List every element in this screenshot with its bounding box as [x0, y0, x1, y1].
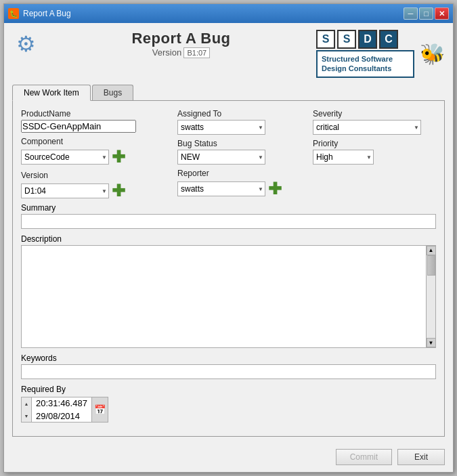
datetime-time: 20:31:46.487: [36, 397, 87, 410]
bug-status-select-container: NEW: [177, 150, 265, 165]
col-middle: Assigned To swatts Bug Status: [167, 109, 302, 200]
product-name-input[interactable]: [21, 120, 136, 133]
version-label: Version: [152, 47, 181, 58]
close-button[interactable]: ✕: [435, 7, 449, 20]
reporter-field: Reporter swatts ✚: [177, 169, 302, 198]
datetime-spinner: ▲ ▼: [22, 397, 32, 422]
app-icon: 🐛: [8, 8, 19, 19]
ssdc-letter-s1: S: [316, 30, 335, 49]
main-window: 🐛 Report A Bug ─ □ ✕ ⚙ Report A Bug Vers…: [3, 3, 454, 473]
content-area: ⚙ Report A Bug Version B1:07 S S D C: [4, 23, 453, 443]
ssdc-company-box: Structured Software Design Consultants: [316, 50, 414, 78]
description-textarea[interactable]: [22, 246, 426, 347]
tab-new-work-item[interactable]: New Work Item: [12, 85, 91, 101]
severity-select-container: critical: [313, 120, 421, 135]
ssdc-logo: S S D C Structured Software Design Consu…: [316, 30, 445, 78]
summary-input[interactable]: [21, 214, 436, 229]
bug-status-field: Bug Status NEW: [177, 139, 302, 165]
severity-field: Severity critical: [313, 109, 436, 135]
title-bar: 🐛 Report A Bug ─ □ ✕: [4, 4, 453, 23]
description-label: Description: [21, 234, 436, 244]
component-select-container: SourceCode: [21, 150, 109, 165]
title-bar-text: Report A Bug: [23, 9, 71, 18]
ssdc-right: S S D C Structured Software Design Consu…: [316, 30, 414, 78]
assigned-to-label: Assigned To: [177, 109, 302, 118]
priority-field: Priority High: [313, 139, 436, 165]
severity-row: critical: [313, 120, 436, 135]
product-name-label: ProductName: [21, 109, 167, 118]
ssdc-letter-c: C: [379, 30, 398, 49]
required-by-field: Required By ▲ ▼ 20:31:46.487 29/08/2014 …: [21, 385, 436, 423]
gear-icon: ⚙: [12, 30, 39, 58]
version-select-container: D1:04: [21, 183, 109, 198]
reporter-select-container: swatts: [177, 181, 265, 196]
component-add-icon[interactable]: ✚: [112, 148, 125, 167]
bug-status-select[interactable]: NEW: [177, 150, 265, 165]
product-name-field: ProductName: [21, 109, 167, 133]
component-row: SourceCode ✚: [21, 148, 167, 167]
header-title-group: Report A Bug Version B1:07: [46, 30, 316, 58]
scroll-thumb[interactable]: [427, 255, 435, 276]
keywords-field: Keywords: [21, 353, 436, 379]
reporter-select[interactable]: swatts: [177, 181, 265, 196]
required-by-label: Required By: [21, 385, 436, 394]
minimize-button[interactable]: ─: [404, 7, 418, 20]
version-select[interactable]: D1:04: [21, 183, 109, 198]
ssdc-mascot: 🐝: [420, 42, 445, 66]
calendar-icon[interactable]: 📅: [91, 397, 108, 422]
spin-down-btn[interactable]: ▼: [22, 410, 31, 422]
exit-button[interactable]: Exit: [397, 449, 445, 465]
bug-status-label: Bug Status: [177, 139, 302, 148]
assigned-to-select[interactable]: swatts: [177, 120, 265, 135]
description-field: Description ▲ ▼: [21, 234, 436, 348]
spin-up-btn[interactable]: ▲: [22, 397, 31, 410]
version-field: Version D1:04 ✚: [21, 171, 167, 200]
component-label: Component: [21, 137, 167, 146]
title-bar-buttons: ─ □ ✕: [404, 7, 449, 20]
datetime-date: 29/08/2014: [36, 410, 87, 423]
summary-label: Summary: [21, 203, 436, 213]
title-bar-left: 🐛 Report A Bug: [8, 8, 71, 19]
header-version: Version B1:07: [46, 47, 316, 58]
scroll-down-btn[interactable]: ▼: [427, 338, 436, 347]
scroll-up-btn[interactable]: ▲: [427, 246, 436, 255]
version-value: B1:07: [183, 47, 210, 58]
assigned-to-field: Assigned To swatts: [177, 109, 302, 135]
keywords-input[interactable]: [21, 364, 436, 379]
ssdc-letter-d: D: [358, 30, 377, 49]
version-add-icon[interactable]: ✚: [112, 181, 125, 200]
form-panel: ProductName Component SourceCode: [12, 101, 445, 437]
keywords-label: Keywords: [21, 353, 436, 363]
bug-status-row: NEW: [177, 150, 302, 165]
component-field: Component SourceCode ✚: [21, 137, 167, 167]
header-section: ⚙ Report A Bug Version B1:07 S S D C: [12, 30, 445, 78]
form-fields-top: ProductName Component SourceCode: [21, 109, 436, 200]
reporter-add-icon[interactable]: ✚: [268, 179, 282, 198]
priority-select-container: High: [313, 150, 374, 165]
version-field-label: Version: [21, 171, 167, 180]
commit-button[interactable]: Commit: [336, 449, 392, 465]
datetime-text: 20:31:46.487 29/08/2014: [32, 395, 91, 425]
component-select[interactable]: SourceCode: [21, 150, 109, 165]
col-left: ProductName Component SourceCode: [21, 109, 167, 200]
tab-bugs[interactable]: Bugs: [92, 85, 133, 100]
maximize-button[interactable]: □: [419, 7, 433, 20]
priority-select[interactable]: High: [313, 150, 374, 165]
app-title: Report A Bug: [46, 30, 316, 47]
priority-label: Priority: [313, 139, 436, 148]
description-scrollbar[interactable]: ▲ ▼: [426, 246, 435, 347]
priority-row: High: [313, 150, 436, 165]
severity-select[interactable]: critical: [313, 120, 421, 135]
ssdc-letters: S S D C: [316, 30, 398, 49]
col-right: Severity critical Priority: [302, 109, 436, 200]
tabs: New Work Item Bugs: [12, 85, 445, 101]
reporter-label: Reporter: [177, 169, 302, 178]
bottom-buttons: Commit Exit: [4, 443, 453, 472]
product-name-row: [21, 120, 167, 133]
scroll-track: [427, 255, 435, 338]
datetime-box: ▲ ▼ 20:31:46.487 29/08/2014 📅: [21, 397, 108, 423]
ssdc-company-name: Structured Software Design Consultants: [322, 54, 409, 74]
severity-label: Severity: [313, 109, 436, 118]
version-row: D1:04 ✚: [21, 181, 167, 200]
reporter-row: swatts ✚: [177, 179, 302, 198]
